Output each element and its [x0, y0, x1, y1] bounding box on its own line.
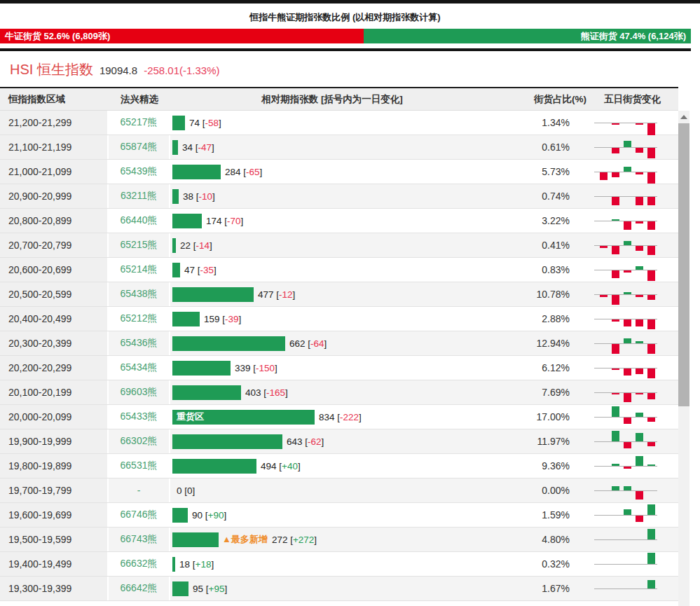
- certificate-code-link[interactable]: 65217熊: [109, 111, 170, 135]
- certificate-code-link[interactable]: 66302熊: [109, 429, 170, 453]
- five-day-bar: [647, 221, 655, 230]
- contracts-value: 662 [-64]: [289, 338, 327, 349]
- five-day-bar: [636, 491, 643, 500]
- table-row: 20,900-20,999 63211熊 38 [-10] 0.74%: [0, 184, 678, 209]
- table-row: 20,100-20,199 69603熊 403 [-165] 7.69%: [0, 380, 678, 405]
- contracts-bar-cell: 74 [-58]: [170, 111, 493, 135]
- contracts-bar: [172, 214, 202, 228]
- five-day-bar: [636, 197, 643, 205]
- contracts-value: 90 [+90]: [192, 510, 226, 521]
- scroll-up-icon: [680, 115, 687, 119]
- minichart-axis: [594, 539, 657, 540]
- certificate-code-link[interactable]: 66440熊: [109, 209, 170, 233]
- most-new-tag: ▲最多新增: [222, 533, 268, 546]
- five-day-bar: [612, 270, 619, 278]
- outstanding-pct-cell: 0.83%: [493, 258, 570, 282]
- contracts-bar-cell: 477 [-12]: [170, 282, 493, 306]
- data-table: 恒指指数区域 法兴精选 相对期指张数 [括号内为一日变化] 街货占比(%) 五日…: [0, 87, 678, 601]
- certificate-code-link[interactable]: 66746熊: [109, 503, 170, 527]
- table-row: 20,800-20,899 66440熊 174 [-70] 3.22%: [0, 209, 678, 233]
- index-range-cell: 20,800-20,899: [0, 209, 109, 233]
- certificate-code-link[interactable]: 66642熊: [109, 577, 170, 600]
- five-day-bar: [647, 504, 655, 515]
- index-range-cell: 19,300-19,399: [0, 577, 109, 600]
- five-day-chart-cell: [570, 356, 678, 380]
- contracts-bar: [172, 116, 185, 130]
- five-day-bar: [612, 393, 619, 394]
- certificate-code-link[interactable]: 65874熊: [109, 135, 170, 159]
- table-header: 恒指指数区域 法兴精选 相对期指张数 [括号内为一日变化] 街货占比(%) 五日…: [0, 88, 678, 111]
- five-day-bar: [624, 270, 631, 273]
- five-day-minichart: [594, 258, 657, 282]
- outstanding-pct-cell: 1.59%: [493, 503, 570, 527]
- certificate-code-link[interactable]: 65434熊: [109, 356, 170, 380]
- five-day-bar: [624, 509, 631, 515]
- contracts-value: 174 [-70]: [206, 216, 243, 226]
- contracts-bar-cell: 159 [-39]: [170, 307, 493, 331]
- minichart-axis: [594, 588, 657, 589]
- table-row: 19,500-19,599 66743熊 ▲最多新增 272 [+272] 4.…: [0, 528, 678, 552]
- five-day-minichart: [594, 209, 657, 233]
- certificate-code-link[interactable]: 65212熊: [109, 307, 170, 331]
- scrollbar[interactable]: [678, 111, 689, 606]
- five-day-chart-cell: [570, 209, 678, 233]
- outstanding-pct-cell: 0.00%: [493, 478, 570, 502]
- certificate-code-link[interactable]: 66632熊: [109, 552, 170, 576]
- five-day-chart-cell: [570, 111, 678, 135]
- five-day-bar: [647, 295, 655, 300]
- five-day-minichart: [594, 577, 657, 600]
- contracts-bar-cell: 重货区 834 [-222]: [170, 405, 493, 429]
- five-day-bar: [624, 167, 631, 172]
- contracts-bar-cell: ▲最多新增 272 [+272]: [170, 528, 493, 551]
- five-day-minichart: [594, 331, 657, 355]
- five-day-bar: [636, 148, 643, 153]
- certificate-code-link[interactable]: 65433熊: [109, 405, 170, 429]
- certificate-code-link[interactable]: -: [109, 478, 170, 502]
- certificate-code-link[interactable]: 69603熊: [109, 380, 170, 404]
- contracts-value: 477 [-12]: [258, 289, 295, 300]
- five-day-bar: [612, 172, 619, 177]
- table-row: 21,200-21,299 65217熊 74 [-58] 1.34%: [0, 111, 678, 135]
- five-day-chart-cell: [570, 429, 678, 453]
- contracts-bar-cell: 662 [-64]: [170, 331, 493, 355]
- contracts-value: 0 [0]: [177, 486, 195, 496]
- bull-label: 牛证街货 52.6% (6,809张): [5, 31, 110, 41]
- contracts-value: 284 [-65]: [225, 167, 262, 177]
- five-day-chart-cell: [570, 184, 678, 208]
- five-day-bar: [636, 516, 643, 522]
- five-day-bar: [612, 148, 619, 153]
- contracts-value: 34 [-47]: [182, 142, 214, 153]
- scroll-up-button[interactable]: [678, 111, 689, 123]
- certificate-code-link[interactable]: 66531熊: [109, 454, 170, 478]
- table-row: 19,600-19,699 66746熊 90 [+90] 1.59%: [0, 503, 678, 528]
- five-day-bar: [647, 197, 655, 205]
- five-day-bar: [624, 467, 631, 469]
- certificate-code-link[interactable]: 65439熊: [109, 160, 170, 184]
- table-row: 19,400-19,499 66632熊 18 [+18] 0.32%: [0, 552, 678, 577]
- scrollbar-thumb[interactable]: [678, 123, 689, 406]
- table-row: 20,300-20,399 65436熊 662 [-64] 12.94%: [0, 331, 678, 356]
- outstanding-pct-cell: 0.74%: [493, 184, 570, 208]
- index-range-cell: 20,900-20,999: [0, 184, 109, 208]
- certificate-code-link[interactable]: 65214熊: [109, 258, 170, 282]
- contracts-bar: [172, 459, 256, 474]
- certificate-code-link[interactable]: 65436熊: [109, 331, 170, 355]
- index-range-cell: 19,500-19,599: [0, 528, 109, 551]
- certificate-code-link[interactable]: 65215熊: [109, 233, 170, 257]
- certificate-code-link[interactable]: 65438熊: [109, 282, 170, 306]
- index-range-cell: 20,400-20,499: [0, 307, 109, 331]
- five-day-minichart: [594, 528, 657, 551]
- five-day-bar: [612, 197, 619, 205]
- five-day-bar: [624, 393, 631, 402]
- index-range-cell: 21,200-21,299: [0, 111, 109, 135]
- certificate-code-link[interactable]: 66743熊: [109, 528, 170, 551]
- minichart-axis: [594, 515, 657, 516]
- outstanding-pct-cell: 4.80%: [493, 528, 570, 551]
- five-day-bar: [636, 319, 643, 326]
- divider: [0, 48, 691, 51]
- table-row: 19,300-19,399 66642熊 95 [+95] 1.67%: [0, 577, 678, 601]
- five-day-bar: [612, 246, 619, 254]
- five-day-bar: [647, 580, 655, 588]
- five-day-bar: [624, 141, 631, 147]
- certificate-code-link[interactable]: 63211熊: [109, 184, 170, 208]
